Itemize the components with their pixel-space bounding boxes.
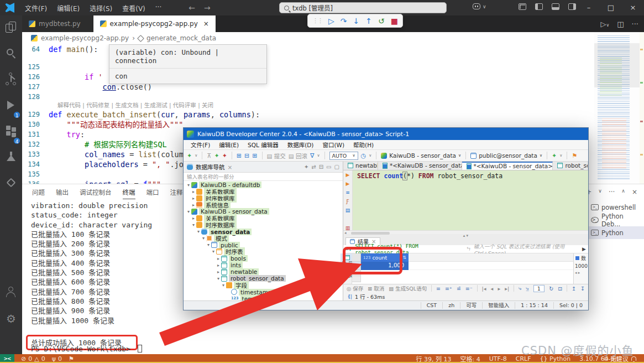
stop-icon[interactable]: ■ [391, 17, 398, 25]
more-actions-icon[interactable]: ··· [632, 20, 638, 28]
editor-tab[interactable]: mydbtest.py [22, 15, 93, 32]
tree-node[interactable]: ▾时序表 [184, 248, 343, 255]
count-column-header[interactable]: 123 count ⇅ [361, 253, 409, 262]
breadcrumb-symbol[interactable]: generate_mock_data [146, 34, 216, 42]
kaiwudb-menu-item[interactable]: SQL 编辑器 [244, 141, 282, 149]
connect-icon[interactable]: ✦ [214, 152, 219, 159]
tree-expander-icon[interactable]: ▾ [191, 222, 196, 227]
value-panel-arrows[interactable]: ◂ ▸ [575, 271, 580, 275]
refresh-grid-icon[interactable]: ↻ [549, 286, 553, 292]
panel-close-icon[interactable]: × [632, 188, 637, 196]
connection-select[interactable]: KaiwuDB - sensor_data∨ [381, 152, 461, 159]
terminal-list-item[interactable]: >_ Python [588, 226, 644, 239]
export-result-icon[interactable]: Ƒ [346, 199, 349, 204]
maximize-button[interactable]: □ [600, 0, 622, 15]
results-grid[interactable]: 123 count ⇅ 1,000 [352, 253, 573, 283]
step-over-icon[interactable]: ↷ [341, 17, 347, 25]
nav-link-editor-icon[interactable]: ⇄ [311, 164, 316, 170]
next-page-icon[interactable]: ▸ [498, 286, 500, 292]
sql-editor-tab[interactable]: newtable [343, 162, 378, 170]
panel-tab[interactable]: 输出 [56, 188, 69, 199]
launch-status-icon[interactable]: ⚑ [69, 355, 74, 362]
panel-tab[interactable]: 调试控制台 [80, 188, 112, 199]
commit-button[interactable]: ▤ 提交 [267, 152, 286, 160]
tree-node[interactable]: ▾public [184, 242, 343, 248]
count-cell[interactable]: 1,000 [361, 262, 409, 270]
tree-expander-icon[interactable]: ▸ [191, 203, 196, 208]
sort-filter-icon[interactable]: ⇅ [402, 255, 406, 260]
terminal-dropdown-icon[interactable]: ∨ [598, 188, 602, 196]
tree-expander-icon[interactable]: ▸ [216, 269, 221, 274]
sql-editor[interactable]: SELECT count(*) FROM robot_sensor_data [353, 170, 588, 230]
minimap[interactable] [594, 32, 640, 184]
tree-expander-icon[interactable]: ▾ [201, 236, 206, 241]
new-connection-icon[interactable]: ✦ [187, 152, 192, 159]
sql-editor-tab[interactable]: *<KaiwuDB - sensor_data> Script [378, 162, 462, 170]
menu-item[interactable]: ··· [150, 3, 166, 13]
tree-expander-icon[interactable]: ▾ [216, 276, 221, 281]
zoom-grid-icon[interactable]: ⊡ [558, 286, 562, 292]
editor-tab[interactable]: example-psycopg2-app.py × [93, 15, 216, 32]
kaiwudb-menu-item[interactable]: 编辑(E) [215, 141, 243, 149]
grid-corner[interactable] [352, 253, 361, 262]
panel-tab[interactable]: 问题 [32, 188, 45, 199]
nav-maximize-icon[interactable]: ▢ [334, 164, 339, 170]
schema-select[interactable]: public@sensor_data∨ [470, 152, 542, 159]
tree-node[interactable]: ▸newtable [184, 268, 343, 275]
tx-log-clock-icon[interactable]: ◷ [361, 152, 366, 159]
tree-node[interactable]: ▸系统信息 [184, 201, 343, 208]
disconnect-icon[interactable]: ✦ [222, 152, 227, 159]
toggle-sidebar-icon[interactable] [535, 3, 543, 10]
panel-more-icon[interactable]: ··· [609, 188, 615, 196]
forward-icon[interactable]: → [204, 3, 211, 12]
last-page-icon[interactable]: ▸| [505, 286, 509, 292]
close-button[interactable]: × [622, 0, 644, 15]
tree-expander-icon[interactable]: ▾ [206, 242, 211, 247]
continue-icon[interactable]: ▷ [328, 17, 334, 25]
generate-sql-button[interactable]: ▤ 生成SQL语句 [389, 284, 427, 292]
source-control-icon[interactable] [0, 68, 22, 94]
search-sidebar-icon[interactable] [0, 42, 22, 68]
settings-gear-icon[interactable]: ⚙ [0, 307, 22, 333]
execute-script-icon[interactable]: ▶ [346, 181, 350, 186]
cancel-button[interactable]: ⊠ 取消 [368, 284, 384, 292]
statusbar-item[interactable]: 行 39, 列 13 [416, 354, 452, 363]
drag-grip-icon[interactable]: ⋮⋮ [312, 17, 322, 24]
menu-item[interactable]: 编辑(E) [52, 3, 85, 13]
navigator-close-icon[interactable]: × [228, 164, 233, 170]
terminal-output[interactable]: vibration: double precisionstatus_code: … [31, 201, 152, 354]
row-header-1[interactable] [352, 262, 361, 270]
tree-node[interactable]: ▸ints [184, 262, 343, 268]
run-python-button[interactable]: ▷∨ [600, 20, 609, 28]
tree-node[interactable]: ▾模式 [184, 235, 343, 242]
back-icon[interactable]: ← [189, 3, 195, 12]
toggle-secondary-sidebar-icon[interactable] [568, 3, 576, 10]
toggle-panel-icon[interactable] [552, 3, 559, 10]
panel-tab[interactable]: 终端 [123, 188, 135, 199]
apply-filter-icon[interactable]: ▶ [582, 246, 586, 252]
pin-icon[interactable]: ⊼ [207, 152, 211, 159]
sql-hscrollbar[interactable]: ◂ [343, 230, 588, 235]
nav-collapse-icon[interactable]: ⊟ [319, 164, 323, 170]
kaiwudb-menu-item[interactable]: 数据库(D) [284, 141, 318, 149]
copy-row-icon[interactable]: ≡̄ [457, 286, 461, 292]
accounts-icon[interactable] [0, 281, 22, 307]
kaiwudb-titlebar[interactable]: KaiwuDB Developer Center 2.0.4 - <KaiwuD… [184, 128, 588, 140]
tree-expander-icon[interactable]: ▾ [186, 183, 191, 188]
explorer-icon[interactable] [0, 15, 22, 42]
bookmark-icon[interactable]: ⚑ [572, 152, 577, 159]
tree-expander-icon[interactable]: ▾ [221, 283, 226, 288]
transaction-filter-icon[interactable]: ∇ [310, 152, 314, 159]
table-filter-input[interactable]: 输入表名称的一部分 [184, 173, 343, 181]
script-doc-icon[interactable]: ▤ [345, 208, 350, 213]
nav-minimize-icon[interactable]: ▭ [326, 164, 331, 170]
terminal-list-item[interactable]: >_ Python Deb... [588, 214, 644, 226]
step-into-icon[interactable]: ↓ [353, 17, 360, 25]
run-debug-icon[interactable]: 1 [0, 94, 22, 120]
first-page-icon[interactable]: |◂ [482, 286, 486, 292]
kaiwudb-menu-item[interactable]: 文件(F) [187, 141, 214, 149]
tree-expander-icon[interactable]: ▸ [191, 196, 196, 201]
results-filter-bar[interactable]: «T SELECT count(*) FROM robot_sensor_dat… [343, 245, 588, 253]
copilot-menu[interactable]: ∨ [473, 3, 486, 9]
command-center-search[interactable]: txdb [管理员] [279, 2, 447, 13]
